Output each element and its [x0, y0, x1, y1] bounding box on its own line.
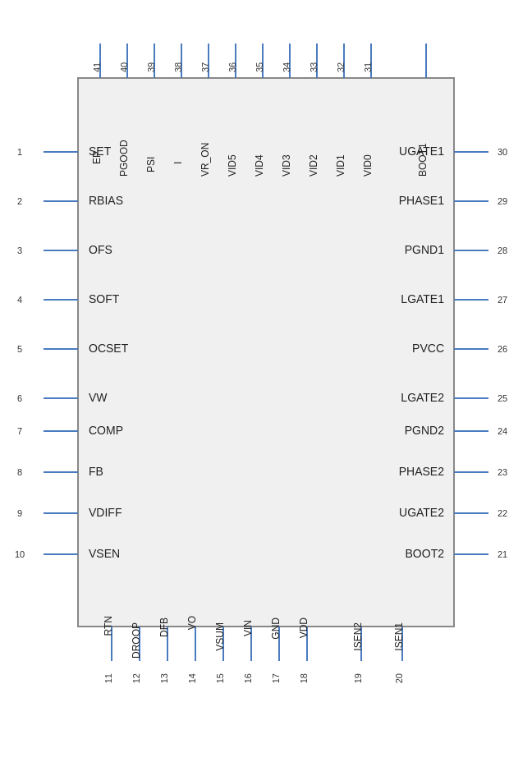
pin-num-31: 31	[363, 62, 373, 72]
pin-label-vw: VW	[89, 391, 108, 404]
pin-num-23: 23	[498, 467, 507, 477]
pin-num-33: 33	[309, 62, 319, 72]
pin-label-gnd: GND	[270, 617, 282, 640]
pin-num-19: 19	[353, 673, 363, 683]
pin-num-10: 10	[15, 549, 25, 559]
pin-num-7: 7	[17, 426, 22, 436]
pin-num-1: 1	[17, 147, 22, 157]
pin-num-13: 13	[159, 673, 169, 683]
pin-label-vdiff: VDIFF	[89, 506, 122, 519]
pin-label-vron: VR_ON	[200, 143, 211, 177]
pin-num-9: 9	[17, 508, 22, 518]
pin-label-vid2: VID2	[308, 154, 319, 177]
pin-label-vdd: VDD	[298, 617, 310, 639]
pin-label-rbias: RBIAS	[89, 194, 123, 207]
pin-num-41: 41	[92, 62, 102, 72]
pin-num-14: 14	[187, 673, 197, 683]
pin-num-32: 32	[336, 62, 346, 72]
pin-num-22: 22	[498, 508, 507, 518]
pin-num-37: 37	[200, 62, 210, 72]
pin-num-27: 27	[498, 295, 507, 305]
pin-label-ofs: OFS	[89, 243, 112, 256]
pin-num-34: 34	[282, 62, 291, 72]
pin-num-28: 28	[498, 246, 507, 255]
pin-num-39: 39	[146, 62, 156, 72]
pin-num-11: 11	[103, 673, 113, 683]
pin-num-12: 12	[131, 673, 141, 683]
pin-label-vid5: VID5	[227, 154, 238, 177]
pin-num-17: 17	[271, 673, 281, 683]
pin-label-pgnd2: PGND2	[405, 424, 444, 437]
pin-num-29: 29	[498, 196, 507, 206]
pin-num-36: 36	[227, 62, 237, 72]
pin-label-comp: COMP	[89, 424, 123, 437]
pin-num-40: 40	[119, 62, 129, 72]
pin-label-vid3: VID3	[281, 154, 292, 177]
pin-num-15: 15	[215, 673, 225, 683]
pin-num-5: 5	[17, 344, 22, 354]
pin-label-set: SET	[89, 145, 112, 158]
pin-num-8: 8	[17, 467, 22, 477]
pin-label-ugate2: UGATE2	[399, 506, 444, 519]
pin-num-16: 16	[243, 673, 253, 683]
pin-label-isen2: ISEN2	[352, 622, 364, 651]
pin-label-phase1: PHASE1	[399, 194, 444, 207]
pin-label-vin: VIN	[242, 620, 254, 636]
pin-label-pvcc: PVCC	[412, 342, 444, 355]
pin-label-ugate1: UGATE1	[399, 145, 444, 158]
pin-label-pgood: PGOOD	[118, 140, 130, 177]
pin-label-pgnd1: PGND1	[405, 243, 444, 256]
pin-label-phase2: PHASE2	[399, 465, 444, 478]
pin-label-lgate2: LGATE2	[401, 391, 444, 404]
pin-num-38: 38	[173, 62, 183, 72]
pin-num-24: 24	[498, 426, 507, 436]
pin-num-25: 25	[498, 393, 507, 403]
pin-label-vsum: VSUM	[214, 622, 226, 651]
pin-label-i: I	[172, 162, 184, 164]
pin-label-vid0: VID0	[362, 154, 374, 177]
pin-num-30: 30	[498, 147, 507, 157]
pin-label-boot2: BOOT2	[406, 547, 445, 560]
chip-body	[78, 78, 454, 627]
pin-label-dfb: DFB	[158, 617, 170, 637]
pin-num-6: 6	[17, 393, 22, 403]
pin-num-18: 18	[299, 673, 309, 683]
pin-label-psi: PSI	[145, 157, 157, 172]
pin-label-vid4: VID4	[254, 154, 265, 177]
pin-label-isen1: ISEN1	[393, 622, 405, 651]
pin-label-lgate1: LGATE1	[401, 292, 444, 305]
pin-num-35: 35	[255, 62, 264, 72]
pin-num-26: 26	[498, 344, 507, 354]
pin-num-4: 4	[17, 295, 22, 305]
pin-num-3: 3	[17, 246, 22, 255]
pin-num-21: 21	[498, 549, 507, 559]
pin-label-droop: DROOP	[131, 622, 142, 659]
pin-label-ocset: OCSET	[89, 342, 129, 355]
pin-label-rtn: RTN	[103, 616, 114, 636]
pin-label-fb: FB	[89, 465, 103, 478]
pin-label-vsen: VSEN	[89, 547, 120, 560]
pin-label-vid1: VID1	[335, 154, 346, 177]
pin-num-20: 20	[394, 673, 404, 683]
pin-label-vo: VO	[186, 616, 198, 630]
pin-label-soft: SOFT	[89, 292, 120, 305]
pin-num-2: 2	[17, 196, 22, 206]
